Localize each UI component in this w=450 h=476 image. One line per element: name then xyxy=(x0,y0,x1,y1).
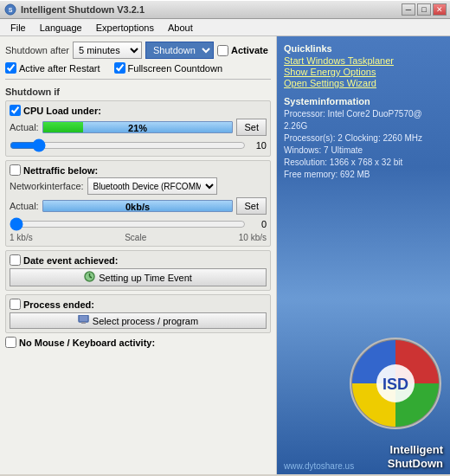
date-checkbox[interactable] xyxy=(10,254,21,266)
cpu-set-button[interactable]: Set xyxy=(236,119,267,136)
cpu-slider-value: 10 xyxy=(249,140,267,151)
net-actual-label: Actual: xyxy=(10,201,39,211)
left-panel: Shutdown after 5 minutes 10 minutes 30 m… xyxy=(0,36,277,474)
fullscreen-label: Fullscreen Countdown xyxy=(128,63,222,74)
bottom-bar: www.dytoshare.us Intelligent ShutDown xyxy=(277,440,450,474)
net-actual-value: 0kb/s xyxy=(43,201,233,213)
sysinfo-processor: Processor: Intel Core2 DuoP7570@ 2.26G xyxy=(284,108,443,132)
close-button[interactable]: ✕ xyxy=(433,3,447,16)
fullscreen-checkbox[interactable] xyxy=(114,62,125,74)
shutdown-after-label: Shutdown after xyxy=(5,45,69,55)
time-event-label: Setting up Time Event xyxy=(99,273,192,283)
sysinfo-processors: Processor(s): 2 Clocking: 2260 MHz xyxy=(284,132,443,145)
sysinfo-resolution: Resolution: 1366 x 768 x 32 bit xyxy=(284,157,443,169)
cpu-checkbox[interactable] xyxy=(10,105,21,116)
date-label: Date event achieved: xyxy=(23,255,118,266)
cpu-actual-label: Actual: xyxy=(10,122,39,132)
cpu-slider[interactable] xyxy=(10,138,246,152)
net-interface-select[interactable]: Bluetooth Device (RFCOMM Proto... xyxy=(87,177,217,195)
cpu-progress-bar: 21% xyxy=(42,121,234,133)
isd-circle-svg: ISD xyxy=(348,336,443,431)
maximize-button[interactable]: □ xyxy=(417,3,431,16)
cpu-slider-row: 10 xyxy=(10,138,267,152)
quicklink-energy[interactable]: Show Energy Options xyxy=(284,67,443,77)
window-title: Intelligent Shutdown V3.2.1 xyxy=(21,4,402,15)
cpu-label: CPU Load under: xyxy=(23,106,101,116)
active-restart-item: Active after Restart xyxy=(5,62,100,74)
net-slider-row: 0 xyxy=(10,217,267,231)
net-scale-left: 1 kb/s xyxy=(10,233,33,242)
menu-file[interactable]: File xyxy=(3,21,33,35)
isd-logo: ISD xyxy=(348,336,443,431)
activate-checkbox-row: Activate xyxy=(217,45,268,56)
net-set-button[interactable]: Set xyxy=(236,197,267,215)
svg-rect-6 xyxy=(81,322,86,324)
sysinfo-memory: Free memory: 692 MB xyxy=(284,169,443,181)
select-process-button[interactable]: Select process / program xyxy=(10,312,267,329)
monitor-icon xyxy=(78,315,89,326)
process-checkbox-row: Process ended: xyxy=(10,299,267,310)
no-mouse-section: No Mouse / Keyboard activity: xyxy=(5,337,271,348)
menu-language[interactable]: Language xyxy=(33,21,89,35)
no-mouse-checkbox[interactable] xyxy=(5,337,16,348)
quicklinks-title: Quicklinks xyxy=(284,43,443,54)
net-section: Nettraffic below: Networkinterface: Blue… xyxy=(5,160,271,247)
sysinfo-title: Systeminformation xyxy=(284,96,443,106)
net-scale-right: 10 kb/s xyxy=(239,233,267,242)
no-mouse-label: No Mouse / Keyboard activity: xyxy=(19,338,155,348)
website-label: www.dytoshare.us xyxy=(284,461,354,471)
net-label: Nettraffic below: xyxy=(23,165,98,176)
net-checkbox[interactable] xyxy=(10,164,21,176)
titlebar: S Intelligent Shutdown V3.2.1 ─ □ ✕ xyxy=(0,0,450,19)
svg-rect-5 xyxy=(79,315,88,322)
fullscreen-item: Fullscreen Countdown xyxy=(114,62,222,74)
date-event-section: Date event achieved: Setting up Time Eve… xyxy=(5,250,271,291)
net-scale-center: Scale xyxy=(125,233,146,242)
shutdown-if-header: Shutdown if xyxy=(5,87,271,97)
brand-text: Intelligent ShutDown xyxy=(388,443,443,471)
active-restart-checkbox[interactable] xyxy=(5,62,16,74)
net-interface-label: Networkinterface: xyxy=(10,181,84,191)
activate-checkbox[interactable] xyxy=(217,45,228,56)
cpu-checkbox-row: CPU Load under: xyxy=(10,105,267,116)
menu-about[interactable]: About xyxy=(161,21,200,35)
date-checkbox-row: Date event achieved: xyxy=(10,254,267,266)
right-panel: Quicklinks Start Windows Taskplaner Show… xyxy=(277,36,450,474)
select-process-label: Select process / program xyxy=(93,316,198,326)
net-slider[interactable] xyxy=(10,217,246,231)
activate-label: Activate xyxy=(231,45,268,55)
net-checkbox-row: Nettraffic below: xyxy=(10,164,267,176)
sysinfo-section: Systeminformation Processor: Intel Core2… xyxy=(284,96,443,181)
net-progress-bar: 0kb/s xyxy=(42,200,234,212)
active-restart-label: Active after Restart xyxy=(19,63,100,74)
net-interface-row: Networkinterface: Bluetooth Device (RFCO… xyxy=(10,177,267,195)
brand-line1: Intelligent xyxy=(388,443,443,457)
net-scale-row: 1 kb/s Scale 10 kb/s xyxy=(10,233,267,242)
menu-expertoptions[interactable]: Expertoptions xyxy=(89,21,161,35)
action-select[interactable]: Shutdown Restart Hibernate xyxy=(145,42,214,59)
options-row: Active after Restart Fullscreen Countdow… xyxy=(5,62,271,74)
svg-text:ISD: ISD xyxy=(382,376,408,393)
quicklinks-section: Quicklinks Start Windows Taskplaner Show… xyxy=(284,43,443,89)
process-section: Process ended: Select process / program xyxy=(5,294,271,333)
time-event-button[interactable]: Setting up Time Event xyxy=(10,268,267,286)
process-label: Process ended: xyxy=(23,299,94,310)
net-slider-value: 0 xyxy=(249,219,267,229)
process-checkbox[interactable] xyxy=(10,299,21,310)
minimize-button[interactable]: ─ xyxy=(402,3,415,16)
window-controls: ─ □ ✕ xyxy=(402,3,447,16)
cpu-progress-value: 21% xyxy=(43,122,233,134)
clock-icon xyxy=(84,271,95,284)
cpu-section: CPU Load under: Actual: 21% Set 10 xyxy=(5,100,271,157)
cpu-progress-row: Actual: 21% Set xyxy=(10,119,267,136)
net-progress-row: Actual: 0kb/s Set xyxy=(10,197,267,215)
svg-text:S: S xyxy=(9,7,13,13)
sysinfo-windows: Windows: 7 Ultimate xyxy=(284,145,443,157)
app-icon: S xyxy=(3,3,17,16)
main-area: Shutdown after 5 minutes 10 minutes 30 m… xyxy=(0,36,450,474)
quicklink-wizard[interactable]: Open Settings Wizard xyxy=(284,78,443,88)
quicklink-taskplaner[interactable]: Start Windows Taskplaner xyxy=(284,55,443,66)
shutdown-after-row: Shutdown after 5 minutes 10 minutes 30 m… xyxy=(5,42,271,59)
time-select[interactable]: 5 minutes 10 minutes 30 minutes 1 hour xyxy=(73,42,142,59)
menubar: File Language Expertoptions About xyxy=(0,19,450,36)
